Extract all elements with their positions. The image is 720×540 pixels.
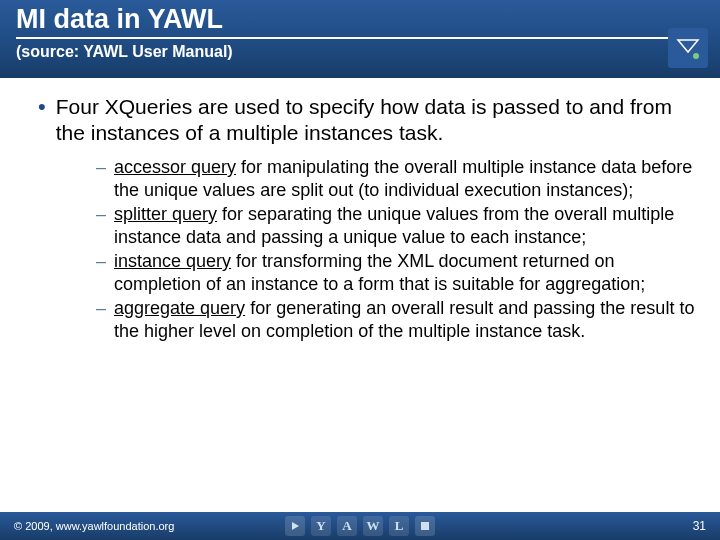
dash-icon: – [96,250,106,273]
stop-icon [415,516,435,536]
slide-footer: © 2009, www.yawlfoundation.org Y A W L 3… [0,512,720,540]
sub-bullet: – aggregate query for generating an over… [96,297,696,343]
slide-subtitle: (source: YAWL User Manual) [16,43,704,61]
letter-l-icon: L [389,516,409,536]
play-icon [285,516,305,536]
svg-point-1 [693,53,699,59]
svg-marker-0 [678,40,698,52]
page-number: 31 [693,519,706,533]
sub-bullet: – splitter query for separating the uniq… [96,203,696,249]
sub-bullet: – accessor query for manipulating the ov… [96,156,696,202]
slide-body: • Four XQueries are used to specify how … [0,78,720,343]
letter-a-icon: A [337,516,357,536]
svg-marker-2 [292,522,299,530]
sub-bullet-text: aggregate query for generating an overal… [114,297,696,343]
letter-y-icon: Y [311,516,331,536]
sub-bullet: – instance query for transforming the XM… [96,250,696,296]
sub-bullet-text: instance query for transforming the XML … [114,250,696,296]
footer-logo-group: Y A W L [285,516,435,536]
sub-bullet-list: – accessor query for manipulating the ov… [96,156,696,343]
slide-title: MI data in YAWL [16,4,704,39]
dash-icon: – [96,297,106,320]
copyright-text: © 2009, www.yawlfoundation.org [14,520,174,532]
bullet-icon: • [38,94,46,120]
main-bullet: • Four XQueries are used to specify how … [24,94,696,146]
sub-bullet-text: accessor query for manipulating the over… [114,156,696,202]
yawl-logo-icon [668,28,708,68]
dash-icon: – [96,203,106,226]
slide-header: MI data in YAWL (source: YAWL User Manua… [0,0,720,78]
dash-icon: – [96,156,106,179]
svg-rect-3 [421,522,429,530]
sub-bullet-text: splitter query for separating the unique… [114,203,696,249]
main-bullet-text: Four XQueries are used to specify how da… [56,94,696,146]
letter-w-icon: W [363,516,383,536]
